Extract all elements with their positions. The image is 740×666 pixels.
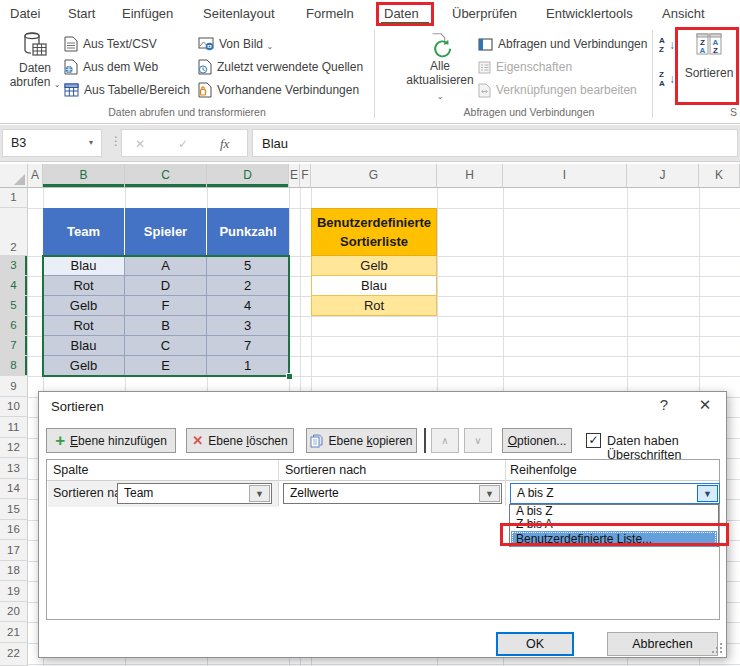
- help-button[interactable]: ?: [651, 396, 677, 413]
- row-header[interactable]: 8: [0, 356, 28, 376]
- formula-input[interactable]: Blau: [252, 129, 738, 157]
- tab-entwicklertools[interactable]: Entwicklertools: [546, 0, 633, 28]
- zuletzt-verwendete-quellen-button[interactable]: Zuletzt verwendete Quellen: [198, 56, 363, 78]
- cell[interactable]: Rot: [43, 276, 125, 296]
- row-header[interactable]: 5: [0, 296, 28, 316]
- row-header[interactable]: 17: [0, 540, 28, 561]
- headers-checkbox[interactable]: ✓: [586, 433, 601, 448]
- row-header[interactable]: 12: [0, 438, 28, 458]
- tab-formeln[interactable]: Formeln: [306, 0, 354, 28]
- cell[interactable]: Gelb: [43, 296, 125, 316]
- abfragen-und-verbindungen-button[interactable]: Abfragen und Verbindungen: [478, 33, 647, 55]
- sort-ascending-button[interactable]: AZ ↓: [658, 36, 678, 56]
- ok-button[interactable]: OK: [496, 632, 574, 656]
- row-header[interactable]: 22: [0, 643, 28, 666]
- tab-ueberpruefen[interactable]: Überprüfen: [452, 0, 517, 28]
- daten-abrufen-button[interactable]: Daten abrufen ⌄: [8, 31, 62, 103]
- row-header[interactable]: 20: [0, 602, 28, 622]
- header-cell[interactable]: Punkzahl: [207, 208, 289, 256]
- tab-seitenlayout[interactable]: Seitenlayout: [203, 0, 275, 28]
- header-cell[interactable]: Team: [43, 208, 125, 256]
- aus-tabelle-bereich-button[interactable]: Aus Tabelle/Bereich: [64, 79, 190, 101]
- chevron-down-icon[interactable]: ▼: [479, 485, 500, 502]
- chevron-down-icon[interactable]: ▾: [89, 138, 93, 147]
- aus-dem-web-button[interactable]: Aus dem Web: [64, 56, 158, 78]
- cell[interactable]: 7: [207, 336, 289, 356]
- row-header[interactable]: 9: [0, 376, 28, 397]
- custom-list-item[interactable]: Gelb: [311, 256, 437, 276]
- row-header[interactable]: 18: [0, 561, 28, 581]
- row-header[interactable]: 16: [0, 520, 28, 540]
- vorhandene-verbindungen-button[interactable]: Vorhandene Verbindungen: [198, 79, 359, 101]
- verknuepfungen-bearbeiten-button[interactable]: Verknüpfungen bearbeiten: [478, 79, 637, 101]
- column-combobox[interactable]: Team ▼: [117, 483, 272, 504]
- options-button[interactable]: Optionen...: [502, 428, 572, 453]
- custom-list-item[interactable]: Blau: [311, 276, 437, 296]
- row-header[interactable]: 21: [0, 622, 28, 643]
- col-header-a[interactable]: A: [28, 164, 43, 188]
- resize-grip[interactable]: [712, 643, 724, 655]
- cell[interactable]: E: [125, 356, 207, 376]
- cell[interactable]: B: [125, 316, 207, 336]
- custom-list-header[interactable]: Benutzerdefinierte Sortierliste: [311, 208, 437, 256]
- cell[interactable]: 5: [207, 256, 289, 276]
- row-header[interactable]: 4: [0, 276, 28, 296]
- order-option-z-bis-a[interactable]: Z bis A: [511, 518, 717, 531]
- delete-level-button[interactable]: ✕ Ebene löschen: [186, 428, 294, 453]
- col-header-f[interactable]: F: [300, 164, 311, 188]
- chevron-down-icon[interactable]: ▼: [249, 485, 270, 502]
- col-header-e[interactable]: E: [289, 164, 300, 188]
- aus-text-csv-button[interactable]: Aus Text/CSV: [64, 33, 157, 55]
- fill-handle[interactable]: [286, 373, 293, 380]
- row-header[interactable]: 15: [0, 499, 28, 520]
- row-header[interactable]: 11: [0, 417, 28, 438]
- sort-on-combobox[interactable]: Zellwerte ▼: [283, 483, 502, 504]
- add-level-button[interactable]: + Ebene hinzufügen: [46, 428, 176, 453]
- cell[interactable]: D: [125, 276, 207, 296]
- von-bild-button[interactable]: Von Bild ⌄: [198, 33, 273, 55]
- name-box[interactable]: B3 ▾: [2, 129, 102, 157]
- cell[interactable]: 3: [207, 316, 289, 336]
- row-header[interactable]: 3: [0, 256, 28, 276]
- close-button[interactable]: ✕: [692, 396, 718, 414]
- col-header-i[interactable]: I: [503, 164, 627, 188]
- col-header-h[interactable]: H: [437, 164, 503, 188]
- order-option-benutzerdefinierte-liste[interactable]: Benutzerdefinierte Liste...: [511, 531, 717, 547]
- row-header[interactable]: 6: [0, 316, 28, 336]
- cell[interactable]: 4: [207, 296, 289, 316]
- cell[interactable]: A: [125, 256, 207, 276]
- sort-descending-button[interactable]: ZA ↓: [658, 70, 678, 90]
- tab-ansicht[interactable]: Ansicht: [662, 0, 705, 28]
- select-all-corner[interactable]: [0, 164, 28, 188]
- cancel-x-icon[interactable]: ✕: [135, 137, 145, 151]
- tab-datei[interactable]: Datei: [10, 0, 40, 28]
- row-header[interactable]: 10: [0, 397, 28, 417]
- row-header[interactable]: 2: [0, 208, 28, 256]
- col-header-j[interactable]: J: [627, 164, 699, 188]
- row-header[interactable]: 13: [0, 458, 28, 479]
- alle-aktualisieren-button[interactable]: Alle aktualisieren ⌄: [406, 31, 474, 103]
- row-header[interactable]: 19: [0, 581, 28, 602]
- cell[interactable]: C: [125, 336, 207, 356]
- col-header-d[interactable]: D: [207, 164, 289, 188]
- copy-level-button[interactable]: Ebene kopieren: [306, 428, 417, 453]
- row-header[interactable]: 1: [0, 188, 28, 208]
- cell-b3-active[interactable]: Blau: [43, 256, 125, 276]
- fx-icon[interactable]: fx: [220, 136, 229, 152]
- cell[interactable]: Blau: [43, 336, 125, 356]
- cell[interactable]: 2: [207, 276, 289, 296]
- move-up-button[interactable]: ∧: [431, 428, 459, 453]
- sortieren-button[interactable]: Z A A Z Sortieren: [680, 33, 738, 105]
- header-cell[interactable]: Spieler: [125, 208, 207, 256]
- cell[interactable]: Gelb: [43, 356, 125, 376]
- col-header-c[interactable]: C: [125, 164, 207, 188]
- cell[interactable]: 1: [207, 356, 289, 376]
- cancel-button[interactable]: Abbrechen: [607, 632, 718, 656]
- move-down-button[interactable]: ∨: [464, 428, 492, 453]
- cell[interactable]: F: [125, 296, 207, 316]
- enter-check-icon[interactable]: ✓: [178, 137, 188, 151]
- chevron-down-icon[interactable]: ▼: [697, 485, 718, 502]
- col-header-g[interactable]: G: [311, 164, 437, 188]
- tab-start[interactable]: Start: [68, 0, 95, 28]
- tab-einfuegen[interactable]: Einfügen: [122, 0, 173, 28]
